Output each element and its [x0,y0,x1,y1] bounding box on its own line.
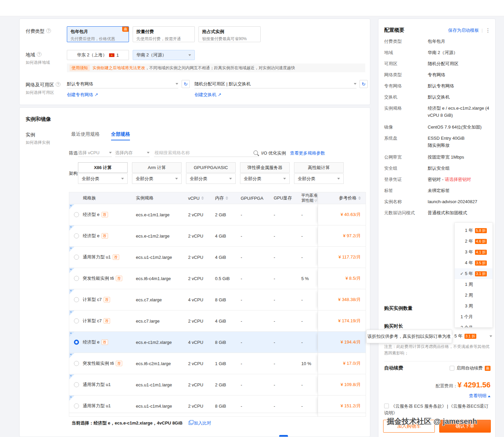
instance-help-link[interactable]: 如何选择实例 [26,140,50,145]
region-select[interactable]: 华南 2（河源） [133,50,195,60]
duration-option[interactable]: 1 个月 [455,311,493,322]
duration-option-selected[interactable]: ✓5 年3.1 折 [455,268,493,279]
help-icon[interactable]: ? [46,28,51,33]
tab-all-specs[interactable]: 全部规格 [111,131,130,140]
create-vpc-link[interactable]: 创建专有网络 ↗ [67,92,98,98]
category-select-hpc[interactable]: 全部分类 [294,173,344,184]
table-row[interactable]: 经济型 e荐 ecs.e-c1m1.large 2 vCPU 2 GiB - -… [69,204,366,225]
header-gpu: GPU/FPGA [238,192,271,204]
help-icon[interactable]: ? [56,82,60,87]
duration-option[interactable]: 3 年4.1 折 [455,247,493,257]
vcpu-value: 2 vCPU [185,204,212,225]
payment-option-subscription[interactable]: 包年包月 先付费后使用，价格优惠 惠 [67,26,129,42]
region-primary-selector[interactable]: 华东 2（上海） ★ 1 [67,50,129,60]
payment-option-spot[interactable]: 抢占式实例 较按量付费最高可省90% [198,26,261,42]
category-select-gpu[interactable]: 全部分类 [186,173,236,184]
chevron-down-icon [489,335,492,337]
table-row-selected[interactable]: 经济型 e荐 ecs.e-c1m2.xlarge 4 vCPU 8 GiB - … [69,332,366,353]
payment-option-payg[interactable]: 按量付费 先使用后付费，按需开通 [133,26,195,42]
radio-button[interactable] [74,404,79,409]
vcpu-select[interactable]: 选择 vCPU [78,149,112,157]
vcpu-value: 4 vCPU [185,332,212,353]
duration-option[interactable]: 2 个月 [455,322,493,328]
category-select-x86[interactable]: 全部分类 [78,173,128,184]
radio-button[interactable] [74,234,79,239]
table-row[interactable]: 经济型 e荐 ecs.e-c1m2.large 2 vCPU 4 GiB - -… [69,225,366,247]
radio-button[interactable] [74,297,79,302]
radio-button[interactable] [74,255,79,260]
zone-vswitch-select[interactable]: 随机分配可用区 | 默认交换机 [194,80,356,88]
refresh-vpc-button[interactable]: ↻ [182,80,190,88]
arch-tab-arm[interactable]: Arm 计算 [132,162,182,173]
recommend-badge: 荐 [116,361,122,366]
help-icon[interactable]: ? [37,52,42,57]
table-row[interactable]: 突发性能实例 t6荐 ecs.t6-c4m1.large 2 vCPU 0.5 … [69,268,366,289]
corner-marker-icon [69,353,75,358]
arch-tab-baremetal[interactable]: 弹性裸金属服务器 [240,162,290,173]
refresh-vswitch-button[interactable]: ↻ [360,80,368,88]
radio-button[interactable] [74,212,79,217]
category-select-arm[interactable]: 全部分类 [132,173,182,184]
price-value: ¥ 109.8/月 [318,374,366,395]
memory-value: 2 GiB [212,374,238,395]
table-row[interactable]: 通用算力型 u1 ecs.u1-c1m1.large 2 vCPU 2 GiB … [69,374,366,395]
category-select-baremetal[interactable]: 全部分类 [240,173,290,184]
duration-select[interactable]: 5 年 3.1 折 [454,332,492,340]
compare-icon[interactable] [189,421,192,425]
arch-tab-gpu[interactable]: GPU/FPGA/ASIC [186,162,236,173]
chevron-down-icon [354,83,356,85]
sort-icon[interactable] [358,196,361,200]
duration-option[interactable]: 3 周 [455,301,493,311]
tab-recent-specs[interactable]: 最近使用规格 [71,131,100,140]
confirm-order-button[interactable]: 确认下单 [439,420,491,433]
vpc-select[interactable]: 默认专有网络 [67,80,178,88]
table-row[interactable]: 计算型 c7荐 ecs.c7.xlarge 4 vCPU 8 GiB - - -… [69,289,366,310]
filter-icon[interactable]: ▽ [314,199,317,202]
radio-button[interactable] [74,382,79,387]
search-icon[interactable] [254,151,258,155]
radio-button-checked[interactable] [74,340,79,345]
radio-button[interactable] [74,361,79,366]
header-vcpu: vCPU [185,192,212,204]
add-to-cart-button[interactable]: 加入购物车 [383,420,435,433]
recommend-badge: 荐 [113,254,119,260]
region-help-link[interactable]: 如何选择地域 [26,60,50,65]
radio-button[interactable] [74,319,79,324]
memory-select[interactable]: 选择内存 [115,149,150,157]
create-vswitch-link[interactable]: 创建交换机 ↗ [194,92,221,98]
duration-option[interactable]: 2 年4.6 折 [455,236,493,247]
duration-option[interactable]: 1 周 [455,279,493,290]
zone-help-link[interactable]: 如何选择可用区 [26,90,54,95]
arch-tab-x86[interactable]: X86 计算 [78,162,128,173]
summary-row: 专有网络默认专有网络 [384,82,490,89]
sort-icon[interactable] [226,196,228,200]
terms-link-ecs[interactable]: 《云服务器 ECS 服务条款》 [391,404,446,409]
save-template-link[interactable]: 保存为启动模板 [448,27,479,33]
auto-renew-checkbox[interactable] [450,366,454,371]
recommend-badge: 荐 [104,318,110,324]
more-spec-params-link[interactable]: 查看更多规格参数 [290,150,325,156]
perf-value: - [298,374,318,395]
table-row[interactable]: 计算型 c7荐 ecs.c7.large 2 vCPU 4 GiB - - - … [69,310,366,332]
sort-icon[interactable] [201,196,204,200]
duration-option[interactable]: 2 周 [455,290,493,301]
table-row[interactable]: 突发性能实例 t6荐 ecs.t6-c2m1.large 2 vCPU 1 Gi… [69,353,366,374]
gpu-value: - [238,374,271,395]
header-memory: 内存 [212,192,238,204]
gpumem-value: - [271,353,299,374]
more-actions-icon[interactable]: ⋮ [485,27,490,33]
add-compare-link[interactable]: 加入比对 [194,420,211,426]
view-detail-link[interactable]: 查看明细 [469,393,490,399]
arch-tab-hpc[interactable]: 高性能计算 [294,162,344,173]
select-keypair-link[interactable]: 请选择密钥对 [445,177,471,182]
terms-checkbox[interactable] [384,404,389,408]
gpumem-value: - [271,310,299,331]
spec-search-input[interactable] [154,150,254,156]
discount-badge: 惠 [122,27,129,32]
duration-option[interactable]: 4 年3.5 折 [455,257,493,268]
duration-option[interactable]: 1 年5.8 折 [455,225,493,236]
radio-button[interactable] [74,276,79,281]
chevron-down-icon [121,178,124,180]
table-row[interactable]: 通用算力型 u1荐 ecs.u1-c1m2.large 2 vCPU 4 GiB… [69,247,366,268]
region-primary-name: 华东 2（上海） [77,52,107,58]
